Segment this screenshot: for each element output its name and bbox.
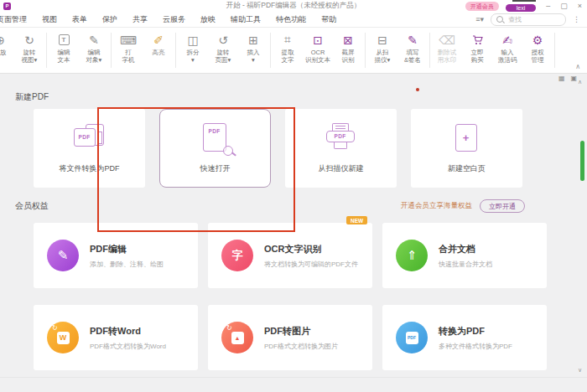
fill-sign-pencil-icon: ✎ (408, 33, 418, 47)
ocr-character-icon: 字 (221, 240, 253, 271)
toolbar-divider (365, 33, 366, 68)
annotation-red-dot (416, 88, 419, 91)
card-label: 从扫描仪新建 (319, 163, 364, 174)
toolbar-group-create-sign: ⊟ 从扫 描仪▾ ✎ 填写 &签名 (367, 33, 428, 64)
toolbar-group-pages: ◫ 拆分 ▾ ↺ 旋转 页面▾ ⊞ 插入 ▾ (178, 33, 268, 64)
toolbar-item-license-management[interactable]: ⚙ 授权 管理 (522, 33, 553, 64)
pdf-scanner-icon: PDF (322, 123, 361, 155)
minimize-button[interactable]: – (546, 1, 550, 11)
toolbar-item-enter-activation-code[interactable]: ✍ 输入 激活码 (492, 33, 522, 64)
toolbar-item-buy-now[interactable]: 立即 购买 (462, 33, 492, 64)
tab-protect[interactable]: 保护 (95, 14, 125, 25)
card-pdf-to-image[interactable]: ↻ ▲ PDF转图片 PDF格式文档转换为图片 (208, 305, 372, 370)
card-label: 将文件转换为PDF (60, 163, 120, 174)
toolbar-item-label: 删除试 用水印 (438, 49, 457, 64)
toolbar-item-label: 旋转 视图▾ (22, 49, 38, 64)
grid-view-icon[interactable]: ▦ (558, 75, 565, 82)
card-subtitle: 将文档转换为可编辑的PDF文件 (264, 260, 358, 269)
toolbar-item-remove-watermark: ⌫ 删除试 用水印 (432, 33, 462, 64)
toolbar-item-highlight[interactable]: ✐ 高亮 (143, 33, 174, 64)
ribbon-tab-bar: 页面管理 视图 表单 保护 共享 云服务 放映 辅助工具 特色功能 帮助 ≡▾ … (0, 12, 587, 28)
layout-menu-icon[interactable]: ≡▾ (475, 15, 484, 23)
toolbar-item-insert[interactable]: ⊞ 插入 ▾ (238, 33, 268, 64)
toolbar-item-from-scanner[interactable]: ⊟ 从扫 描仪▾ (367, 33, 397, 64)
toolbar-item-label: 编辑 文本 (58, 49, 70, 64)
close-button[interactable]: × (578, 1, 582, 11)
toolbar-item-label: 缩放 (0, 49, 7, 57)
membership-promo-text: 开通会员立享海量权益 (401, 201, 472, 211)
tab-accessibility-tools[interactable]: 辅助工具 (223, 14, 268, 25)
card-convert-file-to-pdf[interactable]: PDF 将文件转换为PDF (34, 109, 145, 188)
section-title-member-benefits: 会员权益 (15, 200, 49, 212)
toolbar-divider (429, 33, 430, 68)
activation-code-icon: ✍ (502, 33, 512, 47)
toolbar-item-screenshot-ocr[interactable]: ⊠ 截屏 识别 (333, 33, 363, 64)
toolbar-item-rotate-page[interactable]: ↺ 旋转 页面▾ (208, 33, 238, 64)
card-subtitle: PDF格式文档转换为图片 (264, 342, 338, 351)
tab-featured-functions[interactable]: 特色功能 (268, 14, 314, 25)
card-new-blank-page[interactable]: + 新建空白页 (411, 109, 522, 188)
tab-page-manage[interactable]: 页面管理 (0, 14, 34, 25)
toolbar-group-view: ⊕ 缩放 ↻ 旋转 视图▾ (0, 33, 44, 64)
toolbar-divider (46, 33, 47, 68)
toolbar-item-label: 从扫 描仪▾ (375, 49, 391, 64)
tab-cloud-service[interactable]: 云服务 (155, 14, 193, 25)
search-input[interactable] (506, 15, 560, 24)
toolbar-item-label: 旋转 页面▾ (216, 49, 231, 64)
open-membership-badge[interactable]: 开通会员 (465, 2, 499, 11)
card-new-from-scanner[interactable]: PDF 从扫描仪新建 (285, 109, 397, 188)
scroll-down-arrow[interactable]: ∨ (578, 367, 582, 374)
pdf-document-icon: PDF (396, 322, 428, 353)
more-menu-icon[interactable]: ⋮ (573, 15, 580, 23)
toolbar-item-label: OCR 识别文本 (305, 49, 330, 64)
scroll-up-arrow[interactable]: ∧ (578, 79, 582, 85)
card-subtitle: PDF格式文档转换为Word (90, 342, 166, 351)
activate-now-button[interactable]: 立即开通 (480, 199, 525, 213)
user-account-button[interactable]: lexi (506, 4, 537, 12)
toolbar-item-label: 插入 ▾ (247, 49, 260, 64)
toolbar-item-extract-text[interactable]: ⌗ 提取 文字 (273, 33, 303, 64)
highlight-icon: ✐ (153, 33, 164, 47)
maximize-button[interactable]: ▢ (560, 1, 568, 11)
tab-form[interactable]: 表单 (65, 14, 95, 25)
toolbar-item-rotate-view[interactable]: ↻ 旋转 视图▾ (14, 33, 44, 64)
tab-present[interactable]: 放映 (193, 14, 223, 25)
toolbar-item-edit-object[interactable]: ✎ 编辑 对象▾ (79, 33, 109, 64)
toolbar-item-zoom[interactable]: ⊕ 缩放 (0, 33, 14, 57)
search-icon (496, 16, 503, 23)
pdf-search-icon: PDF (196, 123, 235, 155)
screenshot-ocr-icon: ⊠ (343, 33, 353, 47)
rotate-view-icon: ↻ (24, 33, 34, 47)
toolbar-item-typewriter[interactable]: ⌨ 打 字机 (113, 33, 143, 64)
toolbar-item-label: 授权 管理 (532, 49, 544, 64)
zoom-icon: ⊕ (0, 33, 5, 47)
tab-help[interactable]: 帮助 (314, 14, 344, 25)
card-quick-open[interactable]: PDF 快速打开 (159, 109, 271, 188)
extract-text-icon: ⌗ (284, 33, 291, 47)
search-box[interactable] (491, 13, 566, 26)
toolbar-item-split[interactable]: ◫ 拆分 ▾ (178, 33, 208, 64)
scrollbar-thumb[interactable] (580, 141, 584, 181)
toolbar-group-edit: T 编辑 文本 ✎ 编辑 对象▾ (49, 33, 109, 64)
card-ocr-text-recognition[interactable]: 字 OCR文字识别 将文档转换为可编辑的PDF文件 (208, 223, 372, 288)
tab-share[interactable]: 共享 (125, 14, 155, 25)
toolbar-item-label: 编辑 对象▾ (86, 49, 102, 64)
toolbar-item-ocr[interactable]: ⊡ OCR 识别文本 (303, 33, 333, 64)
card-pdf-to-word[interactable]: ↻ W PDF转Word PDF格式文档转换为Word (34, 305, 198, 370)
tab-view[interactable]: 视图 (34, 14, 65, 25)
toolbar-item-label: 截屏 识别 (342, 49, 355, 64)
page-view-icon[interactable]: ▣ (571, 75, 578, 82)
card-pdf-edit[interactable]: ✎ PDF编辑 添加、删除、注释、绘图 (34, 223, 198, 288)
typewriter-icon: ⌨ (120, 33, 137, 47)
card-merge-documents[interactable]: ⇑ 合并文档 快速批量合并文档 (382, 223, 547, 288)
app-icon: P (3, 3, 11, 10)
toolbar-item-fill-sign[interactable]: ✎ 填写 &签名 (397, 33, 428, 64)
word-convert-icon: ↻ W (47, 322, 79, 353)
image-convert-icon: ↻ ▲ (221, 322, 253, 353)
toolbar-divider (111, 33, 112, 68)
card-convert-to-pdf[interactable]: PDF 转换为PDF 多种文件格式转换为PDF (382, 305, 547, 370)
toolbar-item-edit-text[interactable]: T 编辑 文本 (49, 33, 79, 64)
collapse-ribbon-icon[interactable]: ∧ (575, 63, 587, 73)
toolbar-group-ocr: ⌗ 提取 文字 ⊡ OCR 识别文本 ⊠ 截屏 识别 (273, 33, 363, 64)
card-subtitle: 快速批量合并文档 (439, 260, 492, 269)
